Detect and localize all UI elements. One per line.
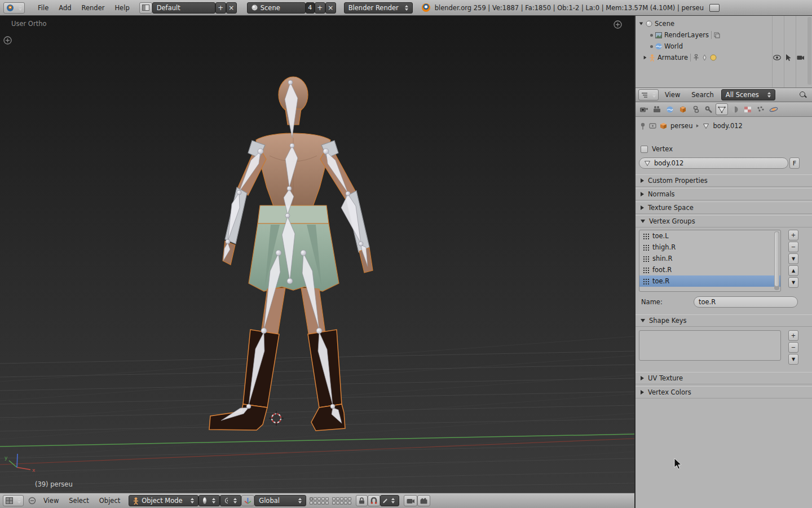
shape-keys-list[interactable] (639, 330, 781, 361)
outliner-row-scene[interactable]: Scene (636, 18, 812, 29)
outliner-row-renderlayers[interactable]: RenderLayers (636, 29, 812, 41)
vertex-group-item-selected[interactable]: toe.R (639, 275, 780, 287)
layers-widget-left[interactable] (310, 497, 329, 505)
menu-help[interactable]: Help (109, 4, 134, 12)
tab-material[interactable] (729, 103, 741, 115)
opengl-render-still-button[interactable] (404, 495, 417, 506)
render-engine-dropdown[interactable]: Blender Render (344, 2, 413, 14)
window-duplicate-icon[interactable] (709, 4, 720, 12)
tab-scene[interactable] (651, 103, 663, 115)
menu-view[interactable]: View (38, 497, 64, 505)
down-icon: ▼ (792, 280, 795, 285)
menu-file[interactable]: File (33, 4, 54, 12)
3d-viewport[interactable]: x y User Ortho (39) perseu (0, 16, 634, 493)
add-shapekey-button[interactable]: + (788, 330, 798, 341)
tab-texture[interactable] (742, 103, 754, 115)
vertex-checkbox[interactable] (641, 146, 648, 153)
remove-shapekey-button[interactable]: − (788, 342, 798, 353)
screen-layout-browse-button[interactable] (139, 2, 152, 14)
vertex-group-item[interactable]: toe.L (639, 230, 780, 242)
panel-shape-keys[interactable]: Shape Keys (636, 314, 812, 327)
expander-down-icon[interactable] (639, 23, 643, 25)
tab-modifiers[interactable] (703, 103, 715, 115)
list-scrollbar[interactable] (774, 231, 779, 290)
shapekey-specials-button[interactable]: ▼ (788, 354, 798, 365)
delete-scene-button[interactable]: × (325, 2, 336, 14)
name-label: Name: (641, 298, 663, 306)
outliner-display-dropdown[interactable]: All Scenes (721, 89, 775, 100)
view-name-label: User Ortho (11, 20, 46, 28)
pivot-icon (224, 497, 228, 504)
menu-collapse-icon[interactable] (28, 497, 36, 505)
group-name-field[interactable]: toe.R (694, 296, 798, 308)
tab-render[interactable] (638, 103, 650, 115)
scene-field[interactable]: Scene (247, 2, 306, 14)
tab-object-data[interactable] (716, 103, 728, 115)
snap-increment-icon (383, 498, 387, 503)
panel-texture-space[interactable]: Texture Space (636, 202, 812, 214)
blender-window: File Add Render Help Default + × Scene 4… (0, 0, 812, 508)
menu-add[interactable]: Add (54, 4, 76, 12)
mode-dropdown[interactable]: Object Mode (129, 495, 198, 506)
add-layout-button[interactable]: + (215, 2, 226, 14)
opengl-render-anim-button[interactable] (417, 495, 430, 506)
lock-camera-toggle[interactable] (356, 495, 368, 506)
editor-type-button[interactable] (638, 89, 659, 100)
panel-vertex-colors[interactable]: Vertex Colors (636, 386, 812, 398)
pivot-point-dropdown[interactable] (220, 495, 241, 506)
layers-widget-right[interactable] (332, 497, 351, 505)
panel-custom-properties[interactable]: Custom Properties (636, 174, 812, 187)
group-specials-button[interactable]: ▼ (788, 253, 798, 264)
visibility-eye-icon[interactable] (773, 55, 781, 60)
scene-users-count[interactable]: 4 (306, 2, 315, 14)
vertex-group-item[interactable]: thigh.R (639, 242, 780, 253)
vertex-group-item[interactable]: foot.R (639, 264, 780, 275)
manipulator-toggle[interactable] (241, 495, 254, 506)
pin-icon[interactable] (640, 122, 646, 130)
tab-object[interactable] (677, 103, 689, 115)
outliner-row-armature[interactable]: Armature (636, 52, 812, 63)
move-group-down-button[interactable]: ▼ (788, 277, 798, 288)
object-mode-icon (133, 497, 139, 505)
add-scene-button[interactable]: + (315, 2, 325, 14)
tab-constraints[interactable] (690, 103, 702, 115)
menu-search[interactable]: Search (686, 91, 719, 99)
screen-layout-field[interactable]: Default (152, 2, 215, 14)
divider (711, 31, 712, 39)
browse-context-icon[interactable] (649, 122, 656, 129)
move-group-up-button[interactable]: ▲ (788, 265, 798, 276)
breadcrumb-data[interactable]: body.012 (713, 122, 742, 130)
tab-particles[interactable] (754, 103, 767, 115)
menu-object[interactable]: Object (94, 497, 125, 505)
tab-physics[interactable] (767, 103, 780, 115)
vertex-group-item[interactable]: shin.R (639, 253, 780, 264)
selectability-arrow-icon[interactable] (785, 54, 792, 61)
transform-orientation-dropdown[interactable]: Global (254, 495, 306, 506)
panel-uv-texture[interactable]: UV Texture (636, 372, 812, 384)
expander-right-icon[interactable] (644, 56, 647, 59)
delete-layout-button[interactable]: × (226, 2, 237, 14)
add-group-button[interactable]: + (788, 230, 798, 240)
renderability-camera-icon[interactable] (797, 55, 804, 60)
outliner-row-world[interactable]: World (636, 41, 812, 52)
properties-region-expand-icon[interactable] (614, 20, 622, 29)
menu-select[interactable]: Select (64, 497, 94, 505)
fake-user-button[interactable]: F (789, 157, 800, 169)
snap-element-dropdown[interactable] (380, 495, 399, 506)
menu-view[interactable]: View (660, 91, 685, 99)
dropdown-arrows-icon (402, 5, 408, 11)
breadcrumb-object[interactable]: perseu (670, 122, 692, 130)
search-icon[interactable] (800, 91, 807, 99)
viewport-shading-dropdown[interactable] (198, 495, 220, 506)
snap-toggle[interactable] (368, 495, 380, 506)
panel-vertex-groups[interactable]: Vertex Groups (636, 215, 812, 227)
panel-normals[interactable]: Normals (636, 188, 812, 200)
tab-world[interactable] (664, 103, 676, 115)
datablock-name-field[interactable]: body.012 (639, 157, 788, 169)
remove-group-button[interactable]: − (788, 242, 798, 252)
editor-type-button[interactable] (3, 495, 24, 506)
panel-title: Custom Properties (648, 177, 708, 185)
menu-render[interactable]: Render (77, 4, 110, 12)
region-expand-icon[interactable] (3, 36, 12, 45)
editor-type-button[interactable] (3, 2, 25, 14)
